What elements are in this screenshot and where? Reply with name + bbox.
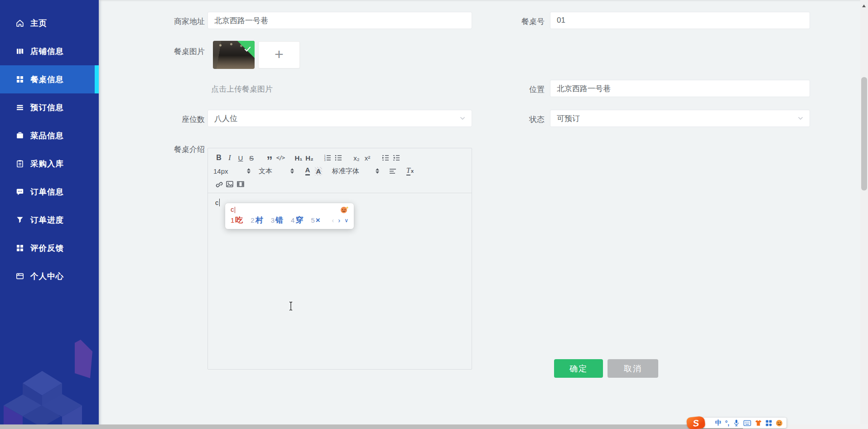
ime-candidate-row: 1吃 2村 3错 4穿 5× ‹ › ∨ [231,215,348,225]
vertical-scrollbar [860,0,868,429]
vertical-scrollbar-thumb[interactable] [861,77,867,190]
updown-arrows-icon [247,168,251,174]
sidebar-item-dish-info[interactable]: 菜品信息 [0,122,99,150]
sidebar-item-order-info[interactable]: 订单信息 [0,178,99,206]
restaurant-admin-page: 主页 店铺信息 餐桌信息 预订信息 [0,0,868,429]
location-label: 位置 [494,84,545,95]
editor-typed-text: c [215,199,219,206]
seats-select[interactable]: 八人位 [207,110,472,127]
code-block-button[interactable]: </> [275,153,286,163]
order-chat-icon [15,187,24,196]
sogou-toolbar: 中 °, [701,418,786,428]
italic-button[interactable]: I [224,153,235,163]
ime-candidate[interactable]: 2村 [251,215,263,225]
sidebar: 主页 店铺信息 餐桌信息 预订信息 [0,0,99,429]
ime-candidate[interactable]: 1吃 [231,215,243,225]
font-family-select[interactable]: 标准字体 [332,167,379,176]
confirm-button[interactable]: 确定 [554,359,603,378]
sidebar-item-label: 采购入库 [30,158,64,169]
chevron-down-icon [798,117,803,120]
profile-card-icon [15,272,24,281]
microphone-icon[interactable] [733,419,740,427]
scroll-up-arrow-icon[interactable] [862,3,866,7]
toolbox-grid-icon[interactable] [766,420,772,426]
indent-button[interactable] [391,153,402,163]
shop-icon [15,47,24,56]
keyboard-icon[interactable] [743,420,751,426]
sidebar-item-feedback[interactable]: 评价反馈 [0,234,99,262]
paragraph-format-value: 文本 [259,167,272,176]
clear-format-button[interactable]: Tx [405,166,415,176]
ime-next-page-arrow[interactable]: › [338,216,340,224]
sidebar-item-label: 订单进度 [30,214,64,225]
paragraph-format-select[interactable]: 文本 [259,167,294,176]
order-progress-funnel-icon [15,215,24,224]
header1-button[interactable]: H₁ [293,153,304,163]
image-button[interactable] [224,179,235,189]
location-input[interactable] [550,80,810,97]
table-description-label: 餐桌介绍 [154,144,205,155]
skin-shirt-icon[interactable] [755,419,762,426]
reservation-list-icon [15,103,24,112]
add-image-button[interactable]: + [258,41,300,68]
cancel-button[interactable]: 取消 [608,359,658,378]
font-size-select[interactable]: 14px [213,167,251,175]
ime-candidate[interactable]: 4穿 [291,215,303,225]
ime-expand-arrow[interactable]: ∨ [344,217,348,224]
ime-prev-page-arrow[interactable]: ‹ [332,216,334,224]
align-button[interactable] [387,166,398,176]
dish-briefcase-icon [15,131,24,140]
merchant-address-input[interactable] [207,12,472,29]
ime-candidate[interactable]: 3错 [271,215,283,225]
ime-candidate-popup: c 1吃 2村 3错 4穿 5× ‹ › ∨ [225,203,354,229]
ime-emoji-button[interactable] [339,205,349,215]
outdent-button[interactable] [380,153,391,163]
sidebar-item-label: 店铺信息 [30,46,64,57]
sidebar-item-table-info[interactable]: 餐桌信息 [0,65,99,93]
superscript-button[interactable]: x² [362,153,373,163]
subscript-button[interactable]: x₂ [351,153,362,163]
sidebar-item-label: 主页 [30,18,47,29]
font-family-value: 标准字体 [332,167,359,176]
sogou-logo[interactable]: S [686,416,706,429]
sidebar-item-label: 订单信息 [30,186,64,197]
emoji-face-icon[interactable] [776,419,783,427]
sidebar-item-reservation-info[interactable]: 预订信息 [0,93,99,122]
header2-button[interactable]: H₂ [304,153,315,163]
status-select-value: 可预订 [557,113,580,124]
sidebar-item-purchase-inbound[interactable]: 采购入库 [0,150,99,178]
sogou-punctuation-button[interactable]: °, [725,419,730,427]
sidebar-item-profile[interactable]: 个人中心 [0,262,99,290]
text-color-button[interactable]: A [302,166,313,176]
sidebar-item-label: 预订信息 [30,102,64,113]
sogou-chinese-mode-button[interactable]: 中 [715,419,722,427]
horizontal-scrollbar-thumb[interactable] [0,424,743,429]
ime-candidate[interactable]: 5× [311,216,320,225]
table-image-thumbnail[interactable] [213,41,255,69]
seats-label: 座位数 [154,114,205,125]
bold-button[interactable]: B [213,153,224,163]
sidebar-item-home[interactable]: 主页 [0,9,99,37]
updown-arrows-icon [290,168,294,174]
editor-toolbar: B I U S ” </> H₁ H₂ 123 [208,148,472,193]
sidebar-item-order-progress[interactable]: 订单进度 [0,206,99,234]
video-button[interactable] [235,179,246,189]
status-label: 状态 [494,114,545,125]
ordered-list-button[interactable]: 123 [322,153,333,163]
strikethrough-button[interactable]: S [246,153,257,163]
background-color-button[interactable]: A [313,166,324,176]
underline-button[interactable]: U [235,153,246,163]
sidebar-item-label: 菜品信息 [30,130,64,141]
sidebar-item-label: 餐桌信息 [30,74,64,85]
sidebar-item-shop-info[interactable]: 店铺信息 [0,37,99,65]
main-content: 商家地址 餐桌号 餐桌图片 + 点击上传餐桌图片 位置 座位数 八人位 状态 可… [99,0,860,424]
purchase-clipboard-icon [15,159,24,168]
table-no-input[interactable] [550,12,810,29]
blockquote-button[interactable]: ” [264,153,275,163]
seats-select-value: 八人位 [214,113,237,124]
table-description-editor: B I U S ” </> H₁ H₂ 123 [207,148,472,370]
status-select[interactable]: 可预订 [550,110,810,127]
link-button[interactable] [213,179,224,189]
bullet-list-button[interactable] [333,153,344,163]
text-caret [219,199,220,206]
